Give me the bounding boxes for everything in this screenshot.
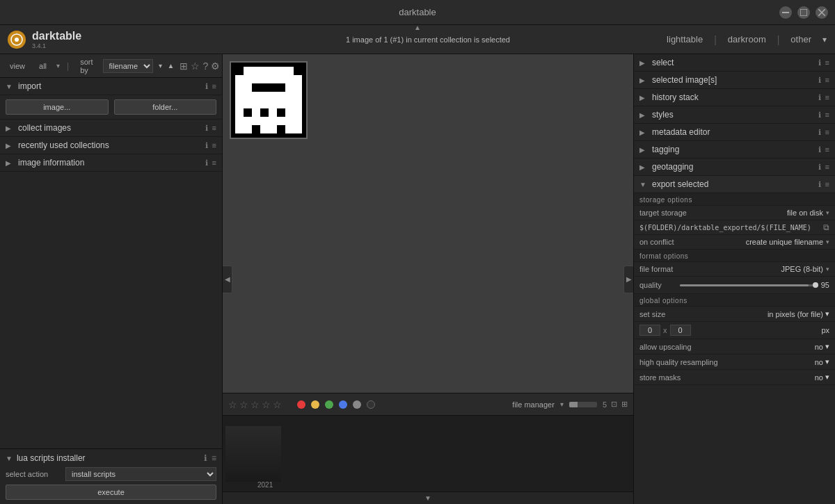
all-button[interactable]: all: [35, 60, 51, 72]
high-quality-dropdown[interactable]: ▾: [825, 357, 829, 366]
target-storage-value[interactable]: file on disk ▾: [787, 209, 829, 217]
collect-images-section-header[interactable]: ▶ collect images ℹ ≡: [0, 120, 222, 137]
image-information-header[interactable]: ▶ image information ℹ ≡: [0, 154, 222, 172]
star-filter-icon[interactable]: ☆: [191, 60, 200, 72]
star-5[interactable]: ☆: [273, 399, 282, 410]
select-menu-icon[interactable]: ≡: [825, 58, 829, 67]
recently-menu-icon[interactable]: ≡: [212, 141, 216, 150]
export-path-value[interactable]: $(FOLDER)/darktable_exported/$(FILE_NAME…: [639, 224, 823, 231]
image-info-icon[interactable]: ℹ: [205, 158, 208, 168]
color-green[interactable]: [325, 400, 333, 409]
export-menu-icon[interactable]: ≡: [825, 180, 829, 189]
export-info-icon[interactable]: ℹ: [818, 180, 821, 189]
image-info-menu-icon[interactable]: ≡: [212, 158, 216, 168]
mode-dropdown-arrow[interactable]: ▾: [822, 35, 827, 44]
tagging-section-header[interactable]: ▶ tagging ℹ ≡: [634, 141, 835, 158]
styles-info-icon[interactable]: ℹ: [818, 111, 821, 120]
color-gray[interactable]: [353, 400, 361, 409]
history-stack-header[interactable]: ▶ history stack ℹ ≡: [634, 89, 835, 106]
right-panel-toggle[interactable]: ▶: [623, 266, 633, 293]
darkroom-mode-button[interactable]: darkroom: [721, 32, 773, 47]
sort-field-select[interactable]: filename: [103, 59, 153, 73]
import-info-icon[interactable]: ℹ: [205, 82, 208, 91]
file-format-dropdown[interactable]: ▾: [826, 266, 829, 273]
toolbar-dropdown-arrow[interactable]: ▾: [56, 62, 60, 70]
view-mode-icon[interactable]: ⊡: [611, 400, 617, 409]
image-import-button[interactable]: image...: [6, 99, 109, 115]
tagging-menu-icon[interactable]: ≡: [825, 145, 829, 154]
tagging-info-icon[interactable]: ℹ: [818, 145, 821, 154]
star-4[interactable]: ☆: [262, 399, 271, 410]
size-x-input[interactable]: [639, 325, 660, 336]
star-3[interactable]: ☆: [250, 399, 260, 410]
on-conflict-value[interactable]: create unique filename ▾: [746, 238, 829, 246]
color-black[interactable]: [367, 400, 375, 409]
sort-direction-arrow[interactable]: ▾: [159, 62, 162, 70]
lighttable-mode-button[interactable]: lighttable: [660, 32, 710, 47]
metadata-editor-header[interactable]: ▶ metadata editor ℹ ≡: [634, 124, 835, 141]
metadata-menu-icon[interactable]: ≡: [825, 128, 829, 137]
history-stack-menu-icon[interactable]: ≡: [825, 93, 829, 102]
styles-menu-icon[interactable]: ≡: [825, 111, 829, 120]
export-path-copy-icon[interactable]: ⧉: [823, 222, 829, 232]
settings-icon[interactable]: ⚙: [211, 60, 220, 72]
star-1[interactable]: ☆: [228, 399, 237, 410]
selected-images-header[interactable]: ▶ selected image[s] ℹ ≡: [634, 72, 835, 89]
collect-menu-icon[interactable]: ≡: [212, 124, 216, 133]
geotagging-section-header[interactable]: ▶ geotagging ℹ ≡: [634, 158, 835, 176]
store-masks-dropdown[interactable]: ▾: [825, 373, 829, 382]
image-thumbnail[interactable]: [230, 61, 308, 139]
export-selected-header[interactable]: ▼ export selected ℹ ≡: [634, 176, 835, 193]
selected-images-info-icon[interactable]: ℹ: [818, 76, 821, 85]
view-button[interactable]: view: [6, 60, 29, 72]
lua-install-scripts-select[interactable]: install scripts: [65, 467, 216, 481]
styles-section-header[interactable]: ▶ styles ℹ ≡: [634, 106, 835, 124]
select-section-header[interactable]: ▶ select ℹ ≡: [634, 54, 835, 72]
color-blue[interactable]: [339, 400, 347, 409]
history-stack-info-icon[interactable]: ℹ: [818, 93, 821, 102]
quality-slider[interactable]: [680, 279, 816, 291]
grid-view-icon[interactable]: ⊞: [180, 60, 188, 72]
color-red[interactable]: [297, 400, 305, 409]
filmstrip-thumb-1[interactable]: [225, 426, 281, 482]
zoom-icon[interactable]: ⊞: [621, 400, 628, 409]
allow-upscaling-value[interactable]: no ▾: [815, 342, 829, 351]
other-mode-button[interactable]: other: [784, 32, 818, 47]
maximize-icon[interactable]: [797, 6, 810, 19]
left-panel-toggle[interactable]: ◀: [223, 266, 232, 293]
lua-scripts-header[interactable]: ▼ lua scripts installer ℹ ≡: [6, 453, 216, 463]
lua-execute-button[interactable]: execute: [6, 485, 216, 500]
folder-import-button[interactable]: folder...: [114, 99, 217, 115]
sort-order-arrow[interactable]: ▲: [168, 62, 175, 70]
allow-upscaling-dropdown[interactable]: ▾: [825, 342, 829, 351]
lua-info-icon[interactable]: ℹ: [204, 453, 207, 463]
geotagging-info-icon[interactable]: ℹ: [818, 163, 821, 172]
on-conflict-dropdown[interactable]: ▾: [826, 238, 829, 245]
bottom-collapse-arrow[interactable]: ▼: [424, 494, 431, 502]
select-info-icon[interactable]: ℹ: [818, 58, 821, 67]
help-icon[interactable]: ?: [202, 60, 208, 72]
lua-menu-icon[interactable]: ≡: [212, 453, 216, 463]
quality-slider-thumb[interactable]: [813, 282, 818, 288]
size-unit-dropdown[interactable]: in pixels (for file) ▾: [768, 309, 829, 318]
target-storage-dropdown[interactable]: ▾: [826, 209, 829, 216]
collapse-arrow[interactable]: ▲: [413, 24, 422, 30]
metadata-info-icon[interactable]: ℹ: [818, 128, 821, 137]
recently-used-collections-header[interactable]: ▶ recently used collections ℹ ≡: [0, 137, 222, 154]
import-section-header[interactable]: ▼ import ℹ ≡: [0, 78, 222, 95]
collect-info-icon[interactable]: ℹ: [205, 124, 208, 133]
store-masks-value[interactable]: no ▾: [815, 373, 829, 382]
minimize-icon[interactable]: [779, 6, 792, 19]
color-yellow[interactable]: [311, 400, 319, 409]
file-format-value[interactable]: JPEG (8-bit) ▾: [781, 265, 829, 273]
size-y-input[interactable]: [670, 325, 691, 336]
file-manager-dropdown[interactable]: ▾: [560, 400, 564, 408]
bottom-collapse-area[interactable]: ▼: [223, 491, 633, 504]
star-2[interactable]: ☆: [239, 399, 248, 410]
selected-images-menu-icon[interactable]: ≡: [825, 76, 829, 85]
geotagging-menu-icon[interactable]: ≡: [825, 163, 829, 172]
close-icon[interactable]: [816, 6, 828, 19]
recently-info-icon[interactable]: ℹ: [205, 141, 208, 150]
import-menu-icon[interactable]: ≡: [212, 82, 216, 91]
high-quality-value[interactable]: no ▾: [815, 357, 829, 366]
